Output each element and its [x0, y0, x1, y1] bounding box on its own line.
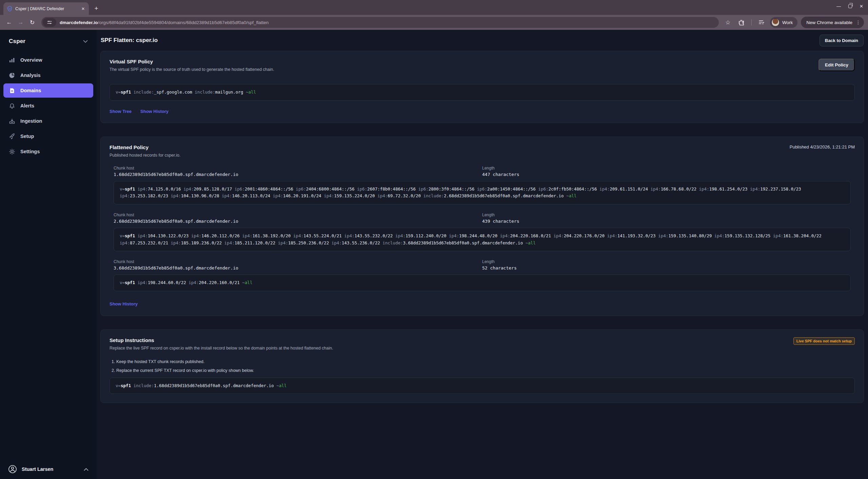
show-history-link[interactable]: Show History	[110, 301, 138, 306]
setup-instructions-card: Setup Instructions Replace the live SPF …	[100, 330, 864, 403]
new-tab-button[interactable]: +	[92, 4, 101, 14]
flattened-policy-card: Flattened Policy Published hosted record…	[100, 137, 864, 316]
chunk-host-label: Chunk host	[114, 213, 482, 217]
forward-icon[interactable]: →	[16, 17, 26, 27]
user-avatar-icon	[8, 465, 17, 474]
csper-favicon	[7, 6, 13, 12]
user-menu[interactable]: Stuart Larsen	[0, 459, 97, 479]
sidebar-nav: Overview Analysis Domains Alerts	[0, 53, 97, 159]
show-history-link[interactable]: Show History	[140, 109, 169, 114]
browser-toolbar: ← → ↻ dmarcdefender.io/orgs/68f4da91fd02…	[0, 15, 868, 30]
setup-steps: Keep the hosted TXT chunk records publis…	[111, 359, 855, 373]
install-record-text: v=spf1 include:1.68dd2389d1b5d67eb85df0a…	[110, 378, 855, 394]
virtual-policy-description: The virtual SPF policy is the source of …	[110, 67, 274, 72]
window-close-icon[interactable]: ✕	[860, 4, 863, 9]
bar-chart-icon	[9, 57, 15, 63]
chrome-update-button[interactable]: New Chrome available ⋮	[801, 17, 864, 28]
extensions-puzzle-icon[interactable]	[736, 17, 747, 27]
bell-icon	[9, 103, 15, 109]
site-info-icon[interactable]	[43, 18, 56, 27]
chunk-record-3: Chunk host 3.68dd2389d1b5d67eb85df0a0.sp…	[114, 259, 851, 291]
chunk-host-label: Chunk host	[114, 166, 482, 171]
chunk-record-text: v=spf1 ip4:104.130.122.0/23 ip4:146.20.1…	[114, 228, 851, 251]
page-title: SPF Flatten: csper.io	[101, 37, 158, 44]
length-label: Length	[482, 213, 851, 217]
length-label: Length	[482, 259, 851, 264]
bookmark-star-icon[interactable]: ☆	[723, 17, 733, 27]
tab-title: Csper | DMARC Defender	[15, 6, 80, 11]
sidebar-item-analysis[interactable]: Analysis	[3, 68, 93, 82]
sidebar-item-domains[interactable]: Domains	[3, 83, 93, 98]
tab-close-icon[interactable]: ✕	[80, 6, 86, 12]
url-text: dmarcdefender.io/orgs/68f4da91fd02bf4de5…	[60, 20, 269, 25]
setup-title: Setup Instructions	[110, 337, 333, 343]
chunk-host-value: 2.68dd2389d1b5d67eb85df0a0.spf.dmarcdefe…	[114, 219, 482, 224]
window-restore-icon[interactable]	[848, 4, 852, 8]
user-name: Stuart Larsen	[22, 466, 79, 472]
browser-menu-icon[interactable]: ⋮	[856, 20, 861, 25]
browser-titlebar: Csper | DMARC Defender ✕ + — ✕	[0, 0, 868, 15]
address-bar[interactable]: dmarcdefender.io/orgs/68f4da91fd02bf4de5…	[41, 17, 719, 28]
org-name: Csper	[9, 38, 25, 45]
reload-icon[interactable]: ↻	[27, 17, 37, 27]
profile-name: Work	[782, 20, 793, 25]
profile-chip[interactable]: Work	[770, 17, 797, 28]
sidebar-item-setup[interactable]: Setup	[3, 129, 93, 143]
sidebar-item-alerts[interactable]: Alerts	[3, 99, 93, 113]
rocket-icon	[9, 133, 15, 140]
org-switcher[interactable]: Csper	[0, 30, 97, 47]
chevron-down-icon	[83, 40, 88, 43]
virtual-policy-record: v=spf1 include:_spf.google.com include:m…	[110, 84, 855, 101]
gear-icon	[9, 148, 15, 155]
virtual-policy-title: Virtual SPF Policy	[110, 59, 274, 64]
chunk-record-text: v=spf1 ip4:198.244.60.0/22 ip4:204.220.1…	[114, 275, 851, 291]
chunk-host-label: Chunk host	[114, 259, 482, 264]
chunk-record-text: v=spf1 ip4:74.125.0.0/16 ip4:209.85.128.…	[114, 181, 851, 204]
chunk-record-2: Chunk host 2.68dd2389d1b5d67eb85df0a0.sp…	[114, 213, 851, 251]
sidebar-item-settings[interactable]: Settings	[3, 144, 93, 159]
chevron-up-icon	[84, 468, 88, 471]
profile-avatar	[771, 18, 780, 26]
show-tree-link[interactable]: Show Tree	[110, 109, 132, 114]
chunk-host-value: 1.68dd2389d1b5d67eb85df0a0.spf.dmarcdefe…	[114, 172, 482, 177]
flattened-policy-description: Published hosted records for csper.io.	[110, 153, 180, 158]
reading-list-icon[interactable]	[756, 17, 767, 27]
setup-step: Replace the current SPF TXT record on cs…	[116, 368, 855, 373]
length-label: Length	[482, 166, 851, 171]
back-icon[interactable]: ←	[4, 17, 14, 27]
browser-tab[interactable]: Csper | DMARC Defender ✕	[3, 2, 89, 15]
sidebar-item-ingestion[interactable]: Ingestion	[3, 114, 93, 128]
sidebar: Csper Overview Analysis Domains	[0, 30, 97, 479]
flattened-policy-title: Flattened Policy	[110, 144, 180, 150]
back-to-domain-button[interactable]: Back to Domain	[820, 35, 864, 46]
length-value: 439 characters	[482, 219, 851, 224]
setup-description: Replace the live SPF record on csper.io …	[110, 346, 333, 351]
edit-policy-button[interactable]: Edit Policy	[818, 59, 855, 71]
chunk-host-value: 3.68dd2389d1b5d67eb85df0a0.spf.dmarcdefe…	[114, 265, 482, 271]
length-value: 52 characters	[482, 265, 851, 271]
published-timestamp: Published 4/23/2026, 1:21:21 PM	[790, 144, 855, 149]
length-value: 447 characters	[482, 172, 851, 177]
inbox-download-icon	[9, 118, 15, 124]
document-icon	[9, 87, 15, 94]
setup-step: Keep the hosted TXT chunk records publis…	[116, 359, 855, 364]
toolbar-separator	[751, 19, 752, 25]
virtual-spf-policy-card: Virtual SPF Policy The virtual SPF polic…	[100, 51, 864, 123]
chunk-record-1: Chunk host 1.68dd2389d1b5d67eb85df0a0.sp…	[114, 166, 851, 204]
main-content: SPF Flatten: csper.io Back to Domain Vir…	[97, 30, 868, 479]
sidebar-item-overview[interactable]: Overview	[3, 53, 93, 67]
window-minimize-icon[interactable]: —	[836, 4, 841, 9]
pie-chart-icon	[9, 72, 15, 79]
live-spf-mismatch-badge: Live SPF does not match setup	[793, 337, 855, 345]
